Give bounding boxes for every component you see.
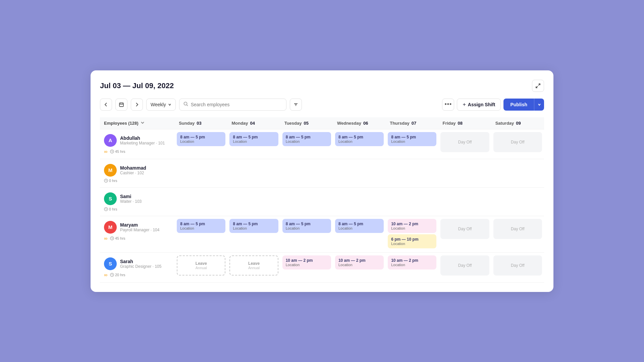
shift-time: 6 pm — 10 pm bbox=[391, 237, 433, 242]
hours-badge: 45 hrs bbox=[110, 149, 125, 154]
shift-time: 8 am — 5 pm bbox=[286, 222, 328, 226]
day-off-block[interactable]: Day Off bbox=[440, 132, 489, 152]
day-cell[interactable]: 8 am — 5 pmLocation bbox=[227, 129, 280, 159]
avatar: M bbox=[104, 221, 117, 234]
publish-button[interactable]: Publish bbox=[503, 99, 534, 111]
day-cell[interactable] bbox=[175, 187, 227, 216]
employees-header: Employees (128) bbox=[100, 117, 175, 129]
shift-block[interactable]: 6 pm — 10 pmLocation bbox=[388, 234, 436, 248]
leave-block[interactable]: LeaveAnnual bbox=[177, 255, 225, 276]
day-cell[interactable]: 10 am — 2 pmLocation bbox=[386, 252, 438, 282]
shift-location: Location bbox=[180, 226, 222, 230]
shift-block[interactable]: 8 am — 5 pmLocation bbox=[177, 219, 225, 233]
employee-name: Abdullah bbox=[120, 135, 171, 141]
day-cell[interactable] bbox=[386, 159, 438, 187]
avatar: S bbox=[104, 257, 117, 270]
day-cell[interactable]: LeaveAnnual bbox=[227, 252, 280, 282]
day-cell[interactable]: 8 am — 5 pmLocation bbox=[333, 216, 386, 252]
shift-location: Location bbox=[233, 139, 275, 143]
day-cell[interactable]: 10 am — 2 pmLocation bbox=[280, 252, 333, 282]
day-cell[interactable] bbox=[227, 159, 280, 187]
day-cell[interactable] bbox=[280, 159, 333, 187]
toolbar-row: Weekly ••• bbox=[100, 99, 544, 111]
day-cell[interactable]: Day Off bbox=[491, 252, 544, 282]
day-cell[interactable]: Day Off bbox=[438, 252, 491, 282]
day-cell[interactable]: 8 am — 5 pmLocation bbox=[333, 129, 386, 159]
expand-button[interactable] bbox=[532, 80, 544, 92]
day-cell[interactable] bbox=[227, 187, 280, 216]
header-row: Jul 03 — Jul 09, 2022 bbox=[100, 80, 544, 92]
view-label: Weekly bbox=[151, 102, 166, 107]
shift-block[interactable]: 8 am — 5 pmLocation bbox=[282, 219, 331, 233]
search-icon bbox=[183, 102, 188, 108]
day-off-block[interactable]: Day Off bbox=[493, 255, 542, 276]
day-cell[interactable]: LeaveAnnual bbox=[175, 252, 227, 282]
day-off-text: Day Off bbox=[458, 140, 472, 144]
shift-block[interactable]: 10 am — 2 pmLocation bbox=[335, 255, 384, 269]
shift-location: Location bbox=[338, 226, 380, 230]
day-off-block[interactable]: Day Off bbox=[493, 132, 542, 152]
table-row: M Mohammad Cashier · 102 0 hrs bbox=[100, 159, 544, 187]
view-select[interactable]: Weekly bbox=[146, 99, 176, 111]
shift-block[interactable]: 8 am — 5 pmLocation bbox=[335, 219, 384, 233]
shift-location: Location bbox=[233, 226, 275, 230]
day-cell[interactable]: 8 am — 5 pmLocation bbox=[280, 216, 333, 252]
day-cell[interactable] bbox=[280, 187, 333, 216]
calendar-button[interactable] bbox=[115, 99, 127, 111]
day-cell[interactable]: Day Off bbox=[438, 129, 491, 159]
day-cell[interactable]: 8 am — 5 pmLocation bbox=[175, 129, 227, 159]
next-button[interactable] bbox=[131, 99, 143, 111]
search-input[interactable] bbox=[191, 102, 282, 107]
day-cell[interactable]: 10 am — 2 pmLocation6 pm — 10 pmLocation bbox=[386, 216, 438, 252]
shift-time: 8 am — 5 pm bbox=[286, 135, 328, 139]
day-off-block[interactable]: Day Off bbox=[440, 219, 489, 239]
employee-cell: S Sami Waiter · 103 0 hrs bbox=[100, 187, 175, 216]
shift-block[interactable]: 8 am — 5 pmLocation bbox=[335, 132, 384, 146]
shift-block[interactable]: 10 am — 2 pmLocation bbox=[282, 255, 331, 269]
infinity-icon: ∞ bbox=[104, 272, 107, 278]
assign-shift-button[interactable]: + Assign Shift bbox=[457, 99, 501, 111]
shift-location: Location bbox=[338, 263, 380, 267]
prev-button[interactable] bbox=[100, 99, 112, 111]
col-friday: Friday 08 bbox=[438, 117, 491, 129]
day-cell[interactable] bbox=[438, 187, 491, 216]
day-cell[interactable] bbox=[333, 187, 386, 216]
day-cell[interactable]: Day Off bbox=[438, 216, 491, 252]
shift-block[interactable]: 8 am — 5 pmLocation bbox=[177, 132, 225, 146]
day-cell[interactable]: Day Off bbox=[491, 216, 544, 252]
shift-block[interactable]: 8 am — 5 pmLocation bbox=[229, 132, 278, 146]
svg-point-6 bbox=[184, 102, 187, 105]
shift-block[interactable]: 8 am — 5 pmLocation bbox=[229, 219, 278, 233]
day-cell[interactable]: 8 am — 5 pmLocation bbox=[386, 129, 438, 159]
day-cell[interactable]: 8 am — 5 pmLocation bbox=[227, 216, 280, 252]
day-off-block[interactable]: Day Off bbox=[440, 255, 489, 276]
filter-button[interactable] bbox=[290, 99, 302, 111]
employee-name: Sami bbox=[120, 194, 171, 199]
day-cell[interactable] bbox=[333, 159, 386, 187]
day-cell[interactable]: 8 am — 5 pmLocation bbox=[280, 129, 333, 159]
day-cell[interactable] bbox=[175, 159, 227, 187]
day-off-text: Day Off bbox=[511, 263, 524, 268]
day-cell[interactable]: Day Off bbox=[491, 129, 544, 159]
day-cell[interactable] bbox=[386, 187, 438, 216]
day-cell[interactable]: 8 am — 5 pmLocation bbox=[175, 216, 227, 252]
leave-block[interactable]: LeaveAnnual bbox=[229, 255, 278, 276]
leave-label: Leave bbox=[196, 261, 207, 266]
day-cell[interactable] bbox=[438, 159, 491, 187]
shift-block[interactable]: 8 am — 5 pmLocation bbox=[282, 132, 331, 146]
leave-label: Leave bbox=[248, 261, 260, 266]
day-off-block[interactable]: Day Off bbox=[493, 219, 542, 239]
more-options-button[interactable]: ••• bbox=[442, 99, 454, 111]
employee-role: Cashier · 102 bbox=[120, 171, 171, 175]
shift-block[interactable]: 8 am — 5 pmLocation bbox=[388, 132, 436, 146]
shift-location: Location bbox=[391, 242, 433, 246]
shift-time: 10 am — 2 pm bbox=[391, 258, 433, 263]
shift-block[interactable]: 10 am — 2 pmLocation bbox=[388, 219, 436, 233]
day-cell[interactable]: 10 am — 2 pmLocation bbox=[333, 252, 386, 282]
shift-block[interactable]: 10 am — 2 pmLocation bbox=[388, 255, 436, 269]
hours-badge: 0 hrs bbox=[104, 207, 117, 211]
publish-dropdown-button[interactable] bbox=[534, 99, 544, 111]
employee-cell: A Abdullah Marketing Manager · 101 ∞ 45 … bbox=[100, 129, 175, 159]
day-cell[interactable] bbox=[491, 159, 544, 187]
day-cell[interactable] bbox=[491, 187, 544, 216]
